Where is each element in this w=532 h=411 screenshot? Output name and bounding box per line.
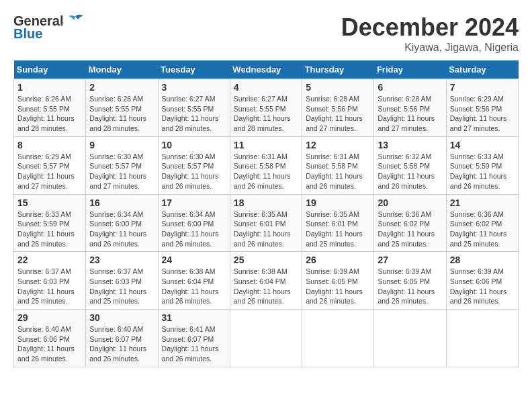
calendar-cell: 22Sunrise: 6:37 AMSunset: 6:03 PMDayligh…	[14, 252, 86, 310]
calendar-cell: 11Sunrise: 6:31 AMSunset: 5:58 PMDayligh…	[230, 136, 302, 194]
day-number: 6	[378, 82, 442, 93]
day-number: 5	[306, 82, 370, 93]
calendar-cell: 4Sunrise: 6:27 AMSunset: 5:55 PMDaylight…	[230, 79, 302, 137]
title-block: December 2024 Kiyawa, Jigawa, Nigeria	[341, 13, 519, 54]
day-number: 17	[162, 197, 226, 208]
calendar-cell: 20Sunrise: 6:36 AMSunset: 6:02 PMDayligh…	[374, 194, 446, 252]
calendar-cell: 28Sunrise: 6:39 AMSunset: 6:06 PMDayligh…	[446, 252, 518, 310]
day-info: Sunrise: 6:38 AMSunset: 6:04 PMDaylight:…	[234, 267, 298, 306]
page-subtitle: Kiyawa, Jigawa, Nigeria	[341, 42, 519, 54]
calendar-cell: 23Sunrise: 6:37 AMSunset: 6:03 PMDayligh…	[86, 252, 158, 310]
day-info: Sunrise: 6:36 AMSunset: 6:02 PMDaylight:…	[450, 210, 515, 249]
week-row-2: 8Sunrise: 6:29 AMSunset: 5:57 PMDaylight…	[14, 136, 519, 194]
calendar-cell: 7Sunrise: 6:29 AMSunset: 5:56 PMDaylight…	[446, 79, 518, 137]
day-info: Sunrise: 6:34 AMSunset: 6:00 PMDaylight:…	[162, 210, 226, 249]
day-info: Sunrise: 6:38 AMSunset: 6:04 PMDaylight:…	[162, 267, 226, 306]
day-info: Sunrise: 6:29 AMSunset: 5:56 PMDaylight:…	[450, 94, 515, 134]
day-number: 23	[89, 255, 154, 265]
day-number: 12	[306, 140, 370, 150]
day-info: Sunrise: 6:30 AMSunset: 5:57 PMDaylight:…	[162, 152, 226, 191]
calendar-table: SundayMondayTuesdayWednesdayThursdayFrid…	[13, 60, 519, 367]
day-info: Sunrise: 6:39 AMSunset: 6:05 PMDaylight:…	[378, 267, 442, 306]
day-number: 21	[450, 197, 515, 208]
day-number: 25	[234, 255, 298, 265]
calendar-cell	[302, 310, 374, 367]
day-number: 29	[17, 312, 82, 323]
day-number: 31	[162, 312, 226, 323]
day-info: Sunrise: 6:29 AMSunset: 5:57 PMDaylight:…	[17, 152, 82, 191]
day-info: Sunrise: 6:28 AMSunset: 5:56 PMDaylight:…	[378, 94, 442, 134]
calendar-cell: 8Sunrise: 6:29 AMSunset: 5:57 PMDaylight…	[14, 136, 86, 194]
day-number: 9	[89, 140, 154, 150]
calendar-cell: 1Sunrise: 6:26 AMSunset: 5:55 PMDaylight…	[14, 79, 86, 137]
col-header-thursday: Thursday	[302, 60, 374, 79]
page-header: General Blue December 2024 Kiyawa, Jigaw…	[13, 13, 519, 54]
day-info: Sunrise: 6:37 AMSunset: 6:03 PMDaylight:…	[89, 267, 154, 306]
day-number: 22	[17, 255, 82, 265]
day-info: Sunrise: 6:40 AMSunset: 6:07 PMDaylight:…	[89, 324, 154, 364]
col-header-sunday: Sunday	[14, 60, 86, 79]
calendar-cell: 21Sunrise: 6:36 AMSunset: 6:02 PMDayligh…	[446, 194, 518, 252]
day-number: 19	[306, 197, 370, 208]
col-header-wednesday: Wednesday	[230, 60, 302, 79]
day-info: Sunrise: 6:40 AMSunset: 6:06 PMDaylight:…	[17, 324, 82, 364]
day-info: Sunrise: 6:37 AMSunset: 6:03 PMDaylight:…	[17, 267, 82, 306]
day-number: 14	[450, 140, 515, 150]
day-info: Sunrise: 6:32 AMSunset: 5:58 PMDaylight:…	[378, 152, 442, 191]
week-row-1: 1Sunrise: 6:26 AMSunset: 5:55 PMDaylight…	[14, 79, 519, 137]
calendar-cell: 29Sunrise: 6:40 AMSunset: 6:06 PMDayligh…	[14, 310, 86, 367]
day-info: Sunrise: 6:34 AMSunset: 6:00 PMDaylight:…	[89, 210, 154, 249]
day-info: Sunrise: 6:27 AMSunset: 5:55 PMDaylight:…	[162, 94, 226, 134]
day-info: Sunrise: 6:39 AMSunset: 6:06 PMDaylight:…	[450, 267, 515, 306]
day-info: Sunrise: 6:28 AMSunset: 5:56 PMDaylight:…	[306, 94, 370, 134]
day-number: 20	[378, 197, 442, 208]
calendar-cell: 13Sunrise: 6:32 AMSunset: 5:58 PMDayligh…	[374, 136, 446, 194]
day-info: Sunrise: 6:35 AMSunset: 6:01 PMDaylight:…	[234, 210, 298, 249]
day-info: Sunrise: 6:26 AMSunset: 5:55 PMDaylight:…	[17, 94, 82, 134]
day-number: 28	[450, 255, 515, 265]
calendar-cell: 26Sunrise: 6:39 AMSunset: 6:05 PMDayligh…	[302, 252, 374, 310]
day-number: 4	[234, 82, 298, 93]
calendar-cell: 10Sunrise: 6:30 AMSunset: 5:57 PMDayligh…	[158, 136, 230, 194]
week-row-5: 29Sunrise: 6:40 AMSunset: 6:06 PMDayligh…	[14, 310, 519, 367]
page-title: December 2024	[341, 13, 519, 42]
day-info: Sunrise: 6:41 AMSunset: 6:07 PMDaylight:…	[162, 324, 226, 364]
col-header-saturday: Saturday	[446, 60, 518, 79]
day-number: 8	[17, 140, 82, 150]
calendar-cell: 19Sunrise: 6:35 AMSunset: 6:01 PMDayligh…	[302, 194, 374, 252]
day-number: 10	[162, 140, 226, 150]
day-number: 11	[234, 140, 298, 150]
day-info: Sunrise: 6:33 AMSunset: 5:59 PMDaylight:…	[17, 210, 82, 249]
calendar-cell: 2Sunrise: 6:26 AMSunset: 5:55 PMDaylight…	[86, 79, 158, 137]
day-number: 2	[89, 82, 154, 93]
day-number: 30	[89, 312, 154, 323]
day-info: Sunrise: 6:27 AMSunset: 5:55 PMDaylight:…	[234, 94, 298, 134]
day-info: Sunrise: 6:33 AMSunset: 5:59 PMDaylight:…	[450, 152, 515, 191]
day-number: 13	[378, 140, 442, 150]
calendar-cell: 25Sunrise: 6:38 AMSunset: 6:04 PMDayligh…	[230, 252, 302, 310]
day-number: 27	[378, 255, 442, 265]
calendar-cell: 24Sunrise: 6:38 AMSunset: 6:04 PMDayligh…	[158, 252, 230, 310]
day-number: 18	[234, 197, 298, 208]
day-info: Sunrise: 6:39 AMSunset: 6:05 PMDaylight:…	[306, 267, 370, 306]
calendar-cell: 3Sunrise: 6:27 AMSunset: 5:55 PMDaylight…	[158, 79, 230, 137]
calendar-cell: 9Sunrise: 6:30 AMSunset: 5:57 PMDaylight…	[86, 136, 158, 194]
calendar-cell: 6Sunrise: 6:28 AMSunset: 5:56 PMDaylight…	[374, 79, 446, 137]
day-info: Sunrise: 6:31 AMSunset: 5:58 PMDaylight:…	[306, 152, 370, 191]
day-number: 24	[162, 255, 226, 265]
calendar-cell	[446, 310, 518, 367]
logo-text-blue: Blue	[13, 26, 42, 42]
calendar-cell: 18Sunrise: 6:35 AMSunset: 6:01 PMDayligh…	[230, 194, 302, 252]
day-info: Sunrise: 6:31 AMSunset: 5:58 PMDaylight:…	[234, 152, 298, 191]
day-info: Sunrise: 6:35 AMSunset: 6:01 PMDaylight:…	[306, 210, 370, 249]
day-number: 15	[17, 197, 82, 208]
day-number: 1	[17, 82, 82, 93]
day-number: 7	[450, 82, 515, 93]
day-info: Sunrise: 6:30 AMSunset: 5:57 PMDaylight:…	[89, 152, 154, 191]
calendar-cell: 16Sunrise: 6:34 AMSunset: 6:00 PMDayligh…	[86, 194, 158, 252]
day-number: 16	[89, 197, 154, 208]
calendar-cell	[230, 310, 302, 367]
calendar-cell: 27Sunrise: 6:39 AMSunset: 6:05 PMDayligh…	[374, 252, 446, 310]
calendar-cell: 31Sunrise: 6:41 AMSunset: 6:07 PMDayligh…	[158, 310, 230, 367]
day-info: Sunrise: 6:36 AMSunset: 6:02 PMDaylight:…	[378, 210, 442, 249]
